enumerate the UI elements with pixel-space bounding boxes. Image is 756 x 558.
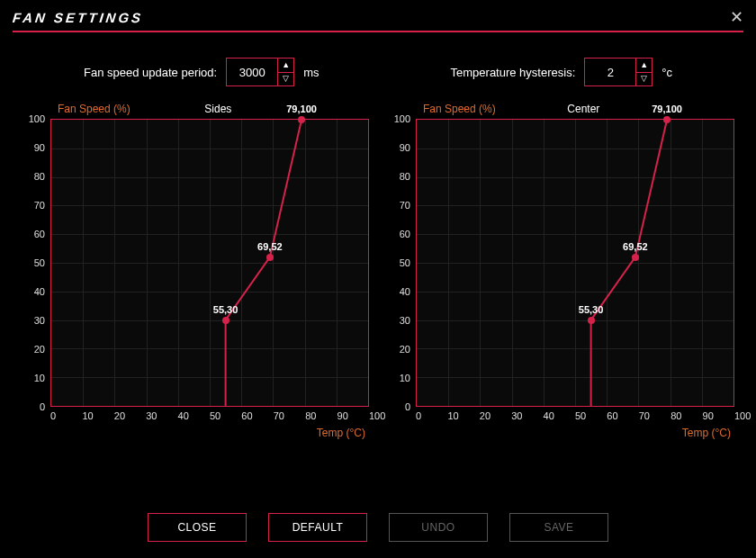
update-period-group: Fan speed update period: ▲ ▽ ms	[84, 58, 320, 86]
x-axis-label: Temp (°C)	[387, 427, 734, 439]
save-button: SAVE	[509, 513, 608, 542]
fan-curve-chart: Fan Speed (%)Sides1009080706050403020100…	[22, 103, 369, 439]
svg-point-1	[222, 317, 230, 324]
close-button[interactable]: CLOSE	[148, 513, 247, 542]
hysteresis-unit: °c	[662, 66, 672, 79]
hysteresis-down-icon[interactable]: ▽	[636, 73, 652, 86]
curve-point-label: 55,30	[213, 304, 238, 315]
curve-point[interactable]	[297, 115, 306, 124]
y-axis-ticks: 1009080706050403020100	[387, 119, 416, 407]
curve-point[interactable]	[221, 316, 230, 325]
update-period-up-icon[interactable]: ▲	[278, 58, 293, 73]
default-button[interactable]: DEFAULT	[268, 513, 367, 542]
chart-title: Sides	[130, 103, 306, 115]
hysteresis-up-icon[interactable]: ▲	[636, 58, 652, 73]
svg-point-3	[298, 116, 305, 123]
curve-point-label: 69,52	[257, 241, 283, 252]
curve-point-label: 69,52	[623, 241, 648, 252]
update-period-input[interactable]	[227, 58, 277, 86]
hysteresis-input[interactable]	[585, 58, 635, 86]
chart-title: Center	[496, 103, 671, 115]
update-period-unit: ms	[303, 66, 319, 79]
svg-point-5	[588, 317, 595, 324]
fan-curve-plot[interactable]: 55,3069,5279,100	[50, 119, 369, 407]
x-axis-label: Temp (°C)	[22, 427, 369, 439]
hysteresis-stepper[interactable]: ▲ ▽	[584, 58, 652, 86]
hysteresis-label: Temperature hysteresis:	[451, 66, 576, 79]
curve-point[interactable]	[631, 253, 640, 262]
fan-curve-plot[interactable]: 55,3069,5279,100	[416, 119, 734, 407]
y-axis-label: Fan Speed (%)	[58, 103, 130, 115]
curve-point[interactable]	[662, 115, 671, 124]
y-axis-label: Fan Speed (%)	[423, 103, 496, 115]
svg-point-2	[266, 254, 274, 261]
update-period-label: Fan speed update period:	[84, 66, 217, 79]
x-axis-ticks: 0102030405060708090100	[50, 407, 369, 421]
close-icon[interactable]: ✕	[730, 9, 743, 25]
y-axis-ticks: 1009080706050403020100	[22, 119, 50, 407]
hysteresis-group: Temperature hysteresis: ▲ ▽ °c	[451, 58, 672, 86]
dialog-title: FAN SETTINGS	[12, 10, 144, 25]
update-period-stepper[interactable]: ▲ ▽	[226, 58, 294, 86]
curve-point-label: 55,30	[579, 304, 604, 315]
svg-point-7	[663, 116, 670, 123]
curve-point[interactable]	[266, 253, 274, 262]
svg-point-6	[632, 254, 639, 261]
fan-curve-chart: Fan Speed (%)Center100908070605040302010…	[387, 103, 734, 439]
x-axis-ticks: 0102030405060708090100	[416, 407, 734, 421]
curve-point[interactable]	[587, 316, 596, 325]
update-period-down-icon[interactable]: ▽	[278, 73, 293, 86]
curve-point-label: 79,100	[652, 104, 682, 114]
undo-button: UNDO	[389, 513, 488, 542]
curve-point-label: 79,100	[286, 104, 317, 114]
